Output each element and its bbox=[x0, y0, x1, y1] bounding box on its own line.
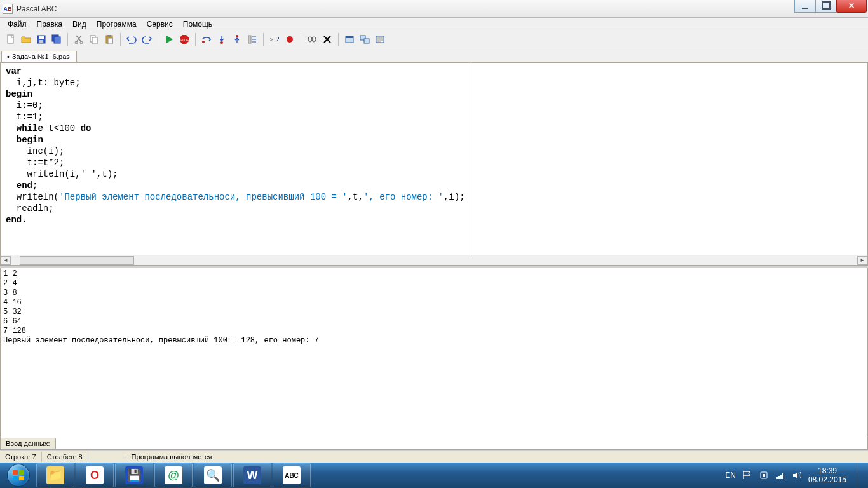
stop-icon: STOP bbox=[179, 34, 189, 44]
taskbar-word-button[interactable]: W bbox=[233, 463, 271, 487]
svg-rect-26 bbox=[364, 39, 369, 43]
windows-orb-icon bbox=[7, 464, 30, 487]
evaluate-icon bbox=[307, 34, 317, 44]
pascal-abc-icon: ABC bbox=[283, 466, 301, 484]
toolbar-separator bbox=[67, 33, 68, 46]
output-panel[interactable]: 1 2 2 4 3 8 4 16 5 32 6 64 7 128 Первый … bbox=[0, 268, 868, 437]
redo-button[interactable] bbox=[140, 32, 154, 46]
svg-point-17 bbox=[236, 35, 238, 37]
explorer-icon: 📁 bbox=[46, 466, 64, 484]
svg-rect-11 bbox=[107, 35, 111, 37]
copy-button[interactable] bbox=[87, 32, 101, 46]
cut-button[interactable] bbox=[72, 32, 86, 46]
undo-button[interactable] bbox=[125, 32, 139, 46]
toolbar-separator bbox=[120, 33, 121, 46]
input-label: Ввод данных: bbox=[1, 438, 56, 449]
breakpoint-icon bbox=[285, 34, 295, 44]
paste-button[interactable] bbox=[102, 32, 116, 46]
flag-tray-icon[interactable] bbox=[742, 470, 752, 480]
opera-icon: O bbox=[86, 466, 104, 484]
svg-point-15 bbox=[202, 41, 205, 43]
svg-rect-3 bbox=[39, 40, 43, 43]
code-editor[interactable]: var i,j,t: byte; begin i:=0; t:=1; while… bbox=[0, 62, 868, 266]
redo-icon bbox=[142, 34, 152, 44]
watch-icon: >123 bbox=[269, 34, 280, 44]
language-indicator[interactable]: EN bbox=[725, 471, 736, 480]
menu-help[interactable]: Помощь bbox=[178, 18, 217, 30]
file-tab[interactable]: • Задача №1_6.pas bbox=[1, 51, 77, 62]
status-line: Строка: 7 bbox=[0, 452, 42, 462]
taskbar-pascal-abc-button[interactable]: ABC bbox=[273, 463, 311, 487]
form-link-icon bbox=[360, 34, 370, 44]
taskbar-opera-button[interactable]: O bbox=[76, 463, 114, 487]
run-button[interactable] bbox=[162, 32, 176, 46]
svg-point-16 bbox=[220, 41, 223, 44]
menu-program[interactable]: Программа bbox=[92, 18, 142, 30]
menu-view[interactable]: Вид bbox=[67, 18, 92, 30]
step-over-button[interactable] bbox=[200, 32, 214, 46]
open-file-icon bbox=[21, 34, 31, 44]
volume-tray-icon[interactable] bbox=[792, 470, 802, 480]
form-new-icon bbox=[344, 34, 355, 44]
copy-icon bbox=[89, 34, 99, 44]
system-tray: EN 18:39 08.02.2015 bbox=[725, 463, 868, 488]
form-link-button[interactable] bbox=[358, 32, 372, 46]
toolbar-separator bbox=[263, 33, 264, 46]
form-new-button[interactable] bbox=[342, 32, 356, 46]
open-file-button[interactable] bbox=[19, 32, 33, 46]
menu-file[interactable]: Файл bbox=[3, 18, 32, 30]
scroll-thumb[interactable] bbox=[20, 256, 134, 265]
step-out-button[interactable] bbox=[230, 32, 244, 46]
form-design-icon bbox=[375, 34, 385, 44]
watch-button[interactable]: >123 bbox=[268, 32, 281, 46]
input-field[interactable] bbox=[56, 437, 867, 449]
scroll-left-arrow[interactable]: ◄ bbox=[1, 256, 11, 265]
evaluate-button[interactable] bbox=[305, 32, 319, 46]
stop-button[interactable]: STOP bbox=[177, 32, 191, 46]
taskbar-magnifier-button[interactable]: 🔍 bbox=[194, 463, 232, 487]
step-into-button[interactable] bbox=[215, 32, 229, 46]
menu-service[interactable]: Сервис bbox=[142, 18, 178, 30]
tab-bar: • Задача №1_6.pas bbox=[0, 48, 868, 62]
menu-edit[interactable]: Правка bbox=[32, 18, 68, 30]
svg-rect-38 bbox=[782, 473, 783, 479]
tab-filename: Задача №1_6.pas bbox=[12, 53, 70, 60]
toolbar-separator bbox=[158, 33, 158, 46]
svg-rect-34 bbox=[763, 474, 765, 477]
form-design-button[interactable] bbox=[373, 32, 387, 46]
toolbar: STOP>123 bbox=[0, 30, 868, 48]
device-tray-icon[interactable] bbox=[759, 470, 769, 480]
clear-output-button[interactable] bbox=[320, 32, 334, 46]
svg-rect-0 bbox=[8, 35, 13, 43]
new-file-button[interactable] bbox=[4, 32, 18, 46]
svg-rect-37 bbox=[780, 475, 782, 479]
new-file-icon bbox=[6, 34, 16, 44]
svg-rect-36 bbox=[778, 476, 780, 479]
show-desktop-button[interactable] bbox=[857, 463, 863, 488]
save-all-button[interactable] bbox=[50, 32, 64, 46]
taskbar-explorer-button[interactable]: 📁 bbox=[36, 463, 74, 487]
toolbar-separator bbox=[301, 33, 301, 46]
minimize-button[interactable] bbox=[794, 0, 816, 13]
start-button[interactable] bbox=[1, 463, 36, 488]
taskbar-save-app-button[interactable]: 💾 bbox=[115, 463, 153, 487]
clock[interactable]: 18:39 08.02.2015 bbox=[808, 466, 846, 484]
clock-date: 08.02.2015 bbox=[808, 475, 846, 484]
scroll-right-arrow[interactable]: ► bbox=[857, 256, 867, 265]
horizontal-scrollbar[interactable]: ◄ ► bbox=[1, 255, 867, 265]
app-icon: AB bbox=[3, 4, 13, 14]
run-to-cursor-button[interactable] bbox=[245, 32, 259, 46]
breakpoint-button[interactable] bbox=[283, 32, 297, 46]
maximize-button[interactable] bbox=[815, 0, 837, 13]
close-button[interactable] bbox=[836, 0, 867, 13]
svg-point-20 bbox=[287, 36, 293, 43]
svg-rect-28 bbox=[13, 470, 18, 475]
save-button[interactable] bbox=[34, 32, 48, 46]
taskbar-mail-button[interactable]: @ bbox=[154, 463, 193, 487]
paste-icon bbox=[104, 34, 114, 44]
run-icon bbox=[164, 34, 174, 44]
network-tray-icon[interactable] bbox=[775, 470, 785, 480]
toolbar-separator bbox=[338, 33, 339, 46]
step-over-icon bbox=[201, 34, 212, 44]
mail-icon: @ bbox=[165, 466, 182, 484]
